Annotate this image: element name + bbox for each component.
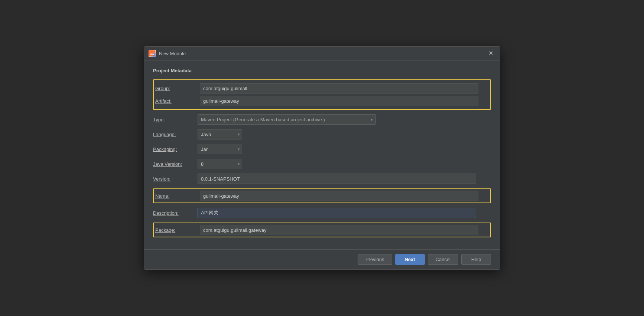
type-select-container: Maven Project (Generate a Maven based pr… <box>198 114 376 125</box>
java-version-row: Java Version: 8 <box>153 159 491 169</box>
section-title: Project Metadata <box>153 68 491 73</box>
type-row: Type: Maven Project (Generate a Maven ba… <box>153 114 491 125</box>
version-input[interactable] <box>198 174 476 184</box>
name-row: Name: <box>154 189 490 203</box>
artifact-row: Artifact: <box>155 96 489 106</box>
name-label: Name: <box>155 193 200 199</box>
dialog-footer: Previous Next Cancel Help <box>144 249 500 269</box>
group-row: Group: <box>155 83 489 93</box>
description-row: Description: <box>153 208 491 218</box>
description-input[interactable] <box>198 208 476 218</box>
java-version-select-wrapper: 8 <box>198 159 242 169</box>
packaging-label: Packaging: <box>153 147 198 152</box>
close-button[interactable]: ✕ <box>486 50 495 57</box>
group-artifact-box: Group: Artifact: <box>153 79 491 110</box>
dialog-titlebar: New Module ✕ <box>144 47 500 60</box>
description-label: Description: <box>153 210 198 216</box>
language-row: Language: Java <box>153 129 491 139</box>
artifact-label: Artifact: <box>155 98 200 104</box>
next-button[interactable]: Next <box>395 254 425 265</box>
previous-button[interactable]: Previous <box>358 254 392 265</box>
packaging-select-wrapper: Jar <box>198 144 242 154</box>
group-label: Group: <box>155 86 200 91</box>
language-label: Language: <box>153 132 198 137</box>
package-input[interactable] <box>200 225 478 235</box>
packaging-row: Packaging: Jar <box>153 144 491 154</box>
packaging-select[interactable]: Jar <box>198 144 242 154</box>
type-label: Type: <box>153 117 198 122</box>
dialog-title: New Module <box>159 51 186 56</box>
new-module-dialog: New Module ✕ Project Metadata Group: Art… <box>144 46 500 270</box>
language-select[interactable]: Java <box>198 129 242 139</box>
svg-point-4 <box>153 54 155 55</box>
package-row: Package: <box>155 225 489 235</box>
group-input[interactable] <box>200 83 478 93</box>
name-package-box: Name: <box>153 188 491 203</box>
svg-rect-2 <box>150 54 153 55</box>
language-select-wrapper: Java <box>198 129 242 139</box>
help-button[interactable]: Help <box>461 254 491 265</box>
version-row: Version: <box>153 174 491 184</box>
package-box: Package: <box>153 223 491 237</box>
java-version-select[interactable]: 8 <box>198 159 242 169</box>
version-label: Version: <box>153 176 198 182</box>
package-label: Package: <box>155 227 200 233</box>
artifact-input[interactable] <box>200 96 478 106</box>
title-left: New Module <box>149 50 186 57</box>
dialog-content: Project Metadata Group: Artifact: Type: <box>144 60 500 249</box>
java-version-label: Java Version: <box>153 161 198 167</box>
cancel-button[interactable]: Cancel <box>428 254 458 265</box>
app-icon <box>149 50 156 57</box>
svg-rect-1 <box>150 53 155 53</box>
type-select[interactable]: Maven Project (Generate a Maven based pr… <box>198 114 376 125</box>
name-input[interactable] <box>200 191 478 201</box>
